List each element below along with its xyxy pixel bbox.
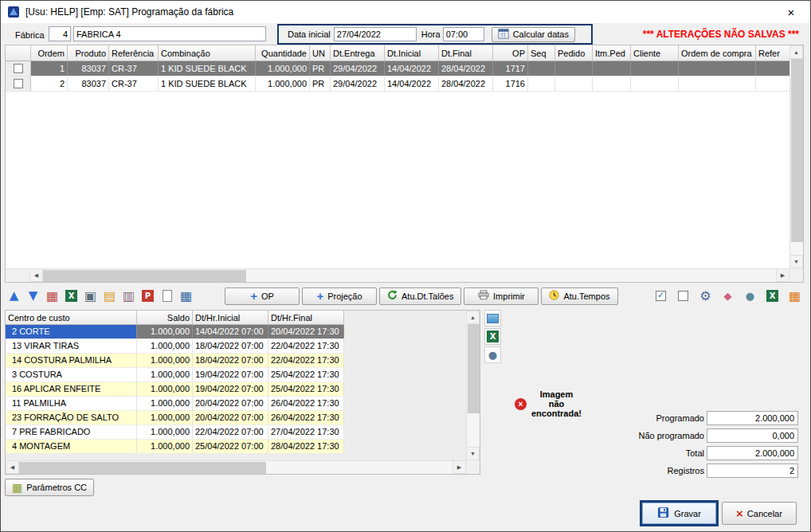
cost-center-cell[interactable]: 1.000,000	[137, 382, 193, 396]
view-icon-button[interactable]	[741, 287, 759, 305]
gravar-button[interactable]: Gravar	[642, 503, 716, 524]
orders-cell[interactable]	[528, 76, 555, 91]
orders-header-cell[interactable]: OP	[493, 45, 528, 61]
cost-center-cell[interactable]: 1.000,000	[137, 411, 193, 424]
close-button[interactable]: ×	[775, 1, 807, 23]
settings-gear-icon-button[interactable]	[696, 287, 715, 305]
cost-center-cell[interactable]: 1.000,000	[137, 397, 193, 410]
orders-cell[interactable]: 14/04/2022	[385, 76, 439, 91]
orders-header-cell[interactable]: Quantidade	[256, 45, 310, 61]
orders-cell[interactable]: 83037	[68, 76, 109, 91]
cost-center-cell[interactable]: 26/04/2022 17:30	[268, 397, 344, 410]
cost-center-cell[interactable]: 18/04/2022 07:00	[193, 354, 268, 367]
cost-center-row[interactable]: 7 PRÉ FABRICADO1.000,00022/04/2022 07:00…	[6, 425, 344, 440]
cost-center-cell[interactable]: 25/04/2022 17:30	[268, 382, 344, 396]
orders-cell[interactable]: 14/04/2022	[385, 61, 439, 76]
orders-cell[interactable]	[593, 76, 631, 91]
orders-cell[interactable]: 1 KID SUEDE BLACK	[159, 61, 256, 76]
calcular-datas-button[interactable]: Calcular datas	[492, 27, 575, 42]
cost-center-row[interactable]: 14 COSTURA PALMILHA1.000,00018/04/2022 0…	[6, 354, 344, 368]
cost-center-cell[interactable]: 23 FORRAÇÃO DE SALTO	[6, 411, 137, 424]
cost-center-cell[interactable]: 1.000,000	[137, 440, 193, 453]
cost-center-cell[interactable]: 22/04/2022 07:00	[193, 425, 268, 439]
cost-vscrollbar[interactable]: ▲ ▼	[466, 311, 480, 460]
orders-header-cell[interactable]: Cliente	[631, 45, 679, 61]
orders-cell[interactable]	[555, 76, 593, 91]
folder-image-icon-button[interactable]	[100, 287, 119, 305]
cost-header-cell[interactable]: Centro de custo	[6, 311, 137, 325]
hora-input[interactable]	[443, 27, 484, 41]
orders-header-cell[interactable]: UN	[310, 45, 331, 61]
photo-export-icon-button[interactable]	[484, 328, 501, 345]
parametros-cc-button[interactable]: Parâmetros CC	[5, 479, 94, 496]
row-select-checkbox[interactable]	[14, 64, 23, 73]
cost-center-cell[interactable]: 27/04/2022 17:30	[268, 425, 344, 439]
scroll-thumb[interactable]	[19, 462, 266, 474]
cost-center-cell[interactable]: 25/04/2022 07:00	[193, 440, 268, 453]
orders-header-cell[interactable]: Ordem	[31, 45, 68, 61]
cost-center-cell[interactable]: 2 CORTE	[6, 325, 137, 338]
orders-header-cell[interactable]: Refer	[756, 45, 789, 61]
print-grid-icon-button[interactable]	[119, 287, 138, 305]
orders-cell[interactable]	[593, 61, 631, 76]
orders-cell[interactable]: 1 KID SUEDE BLACK	[159, 76, 256, 91]
scroll-up-arrow[interactable]: ▲	[789, 45, 803, 59]
select-none-icon-button[interactable]	[674, 287, 692, 305]
cost-center-cell[interactable]: 1.000,000	[137, 325, 193, 338]
cost-center-cell[interactable]: 3 COSTURA	[6, 368, 137, 381]
row-select-checkbox[interactable]	[14, 79, 23, 88]
orders-cell[interactable]: CR-37	[109, 76, 159, 91]
cost-center-row[interactable]: 3 COSTURA1.000,00019/04/2022 07:0025/04/…	[6, 368, 344, 382]
cost-center-cell[interactable]: 4 MONTAGEM	[6, 440, 137, 453]
cost-center-row[interactable]: 11 PALMILHA1.000,00020/04/2022 07:0026/0…	[6, 397, 344, 411]
cost-center-cell[interactable]: 20/04/2022 07:00	[193, 411, 268, 424]
orders-header-cell[interactable]: Combinação	[159, 45, 256, 61]
excel-export-icon-button[interactable]	[62, 287, 80, 305]
cost-center-cell[interactable]: 1.000,000	[137, 425, 193, 439]
select-all-checked-icon-button[interactable]	[652, 287, 670, 305]
monitor-icon-button[interactable]	[81, 287, 100, 305]
scroll-thumb[interactable]	[43, 270, 246, 282]
orders-row[interactable]: 283037CR-371 KID SUEDE BLACK1.000,000PR2…	[6, 76, 789, 92]
cost-hscrollbar[interactable]: ◀ ▶	[6, 460, 466, 474]
cost-header-cell[interactable]: Dt/Hr.Inicial	[193, 311, 268, 325]
orders-header-cell[interactable]	[6, 45, 31, 61]
orders-cell[interactable]: PR	[310, 61, 331, 76]
cost-center-cell[interactable]: 25/04/2022 17:30	[268, 368, 344, 381]
orders-cell[interactable]	[756, 61, 789, 76]
orders-cell[interactable]: 83037	[68, 61, 109, 76]
scroll-left-arrow[interactable]: ◀	[29, 268, 43, 282]
orders-cell[interactable]: CR-37	[109, 61, 159, 76]
cost-center-cell[interactable]: 19/04/2022 07:00	[193, 368, 268, 381]
orders-cell[interactable]	[555, 61, 593, 76]
imprimir-button[interactable]: Imprimir	[464, 288, 539, 305]
cost-center-row[interactable]: 4 MONTAGEM1.000,00025/04/2022 07:0028/04…	[6, 440, 344, 454]
cost-center-cell[interactable]: 1.000,000	[137, 354, 193, 367]
orders-cell[interactable]: 1.000,000	[256, 61, 310, 76]
excel-icon-button[interactable]	[763, 287, 782, 305]
orders-header-cell[interactable]: Referência	[109, 45, 159, 61]
orders-cell[interactable]: PR	[310, 76, 331, 91]
cost-center-cell[interactable]: 22/04/2022 17:30	[268, 354, 344, 367]
data-inicial-input[interactable]	[334, 27, 417, 41]
table-icon-button[interactable]	[177, 287, 195, 305]
scroll-thumb[interactable]	[791, 59, 803, 242]
scroll-down-arrow[interactable]: ▼	[466, 447, 480, 460]
atu-dt-taloes-button[interactable]: Atu.Dt.Talões	[379, 288, 461, 305]
fabrica-code-input[interactable]	[49, 26, 71, 41]
cost-center-cell[interactable]: 14 COSTURA PALMILHA	[6, 354, 137, 367]
orders-cell[interactable]	[631, 76, 679, 91]
scroll-right-arrow[interactable]: ▶	[453, 460, 466, 474]
orders-cell[interactable]	[528, 61, 555, 76]
cost-header-cell[interactable]: Saldo	[137, 311, 193, 325]
cost-center-cell[interactable]: 20/04/2022 17:30	[268, 325, 344, 338]
orders-header-cell[interactable]: Produto	[68, 45, 109, 61]
document-icon-button[interactable]	[158, 287, 176, 305]
cost-center-cell[interactable]: 18/04/2022 07:00	[193, 339, 268, 353]
cost-center-cell[interactable]: 14/04/2022 07:00	[193, 325, 268, 338]
fabrica-name-input[interactable]	[73, 26, 266, 41]
orders-cell[interactable]: 2	[31, 76, 68, 91]
orders-header-cell[interactable]: Dt.Inicial	[385, 45, 439, 61]
orders-cell[interactable]: 1716	[493, 76, 528, 91]
orders-hscrollbar[interactable]: ◀ ▶	[29, 268, 789, 282]
